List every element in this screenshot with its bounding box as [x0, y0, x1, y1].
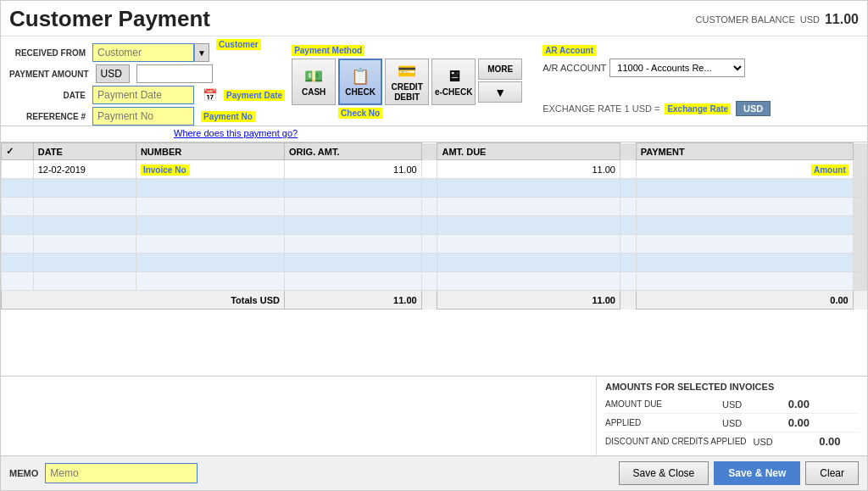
cash-button[interactable]: 💵 CASH: [292, 59, 336, 105]
amounts-panel-title: AMOUNTS FOR SELECTED INVOICES: [605, 382, 859, 392]
totals-label: Totals: [231, 295, 258, 305]
balance-currency: USD: [800, 14, 820, 25]
memo-label: MEMO: [9, 468, 38, 478]
amount-due-label: AMOUNT DUE: [605, 399, 715, 409]
echeck-label: e-CHECK: [435, 87, 472, 97]
memo-input[interactable]: [45, 463, 198, 483]
echeck-icon: 🖥: [446, 68, 461, 86]
exchange-currency-badge: USD: [736, 101, 771, 116]
col-check: ✓: [2, 143, 34, 160]
check-label: CHECK: [345, 87, 376, 97]
received-from-label: RECEIVED FROM: [9, 48, 86, 58]
col-orig-amt: ORIG. AMT.: [285, 143, 422, 160]
payment-method-label: Payment Method: [292, 45, 364, 56]
row-check[interactable]: [2, 160, 34, 179]
check-button[interactable]: 📋 CHECK: [338, 59, 382, 105]
more-button[interactable]: MORE: [478, 59, 522, 80]
table-row: [2, 216, 867, 235]
reference-label: REFERENCE #: [9, 112, 86, 121]
more-arrow-button[interactable]: ▼: [478, 81, 522, 103]
ar-account-text: A/R ACCOUNT: [542, 63, 606, 73]
table-row: [2, 254, 867, 272]
payment-no-label: Payment No: [201, 111, 255, 122]
table-row: 12-02-2019 Invoice No 11.00 11.00 Amount: [2, 160, 867, 179]
totals-amt-due: 11.00: [437, 291, 620, 310]
echeck-button[interactable]: 🖥 e-CHECK: [431, 59, 476, 105]
totals-row: Totals USD 11.00 11.00 0.00: [2, 291, 867, 310]
ar-account-select[interactable]: 11000 - Accounts Re...: [609, 59, 745, 77]
discount-value: 0.00: [790, 435, 841, 448]
payment-no-input[interactable]: [92, 107, 194, 126]
col-number: NUMBER: [136, 143, 284, 160]
credit-debit-button[interactable]: 💳 CREDIT DEBIT: [385, 59, 429, 105]
amount-due-value: 0.00: [759, 398, 810, 410]
discount-currency: USD: [754, 437, 783, 447]
totals-orig-amt: 11.00: [285, 291, 422, 310]
calendar-icon[interactable]: 📅: [203, 88, 217, 102]
discount-label: DISCOUNT AND CREDITS APPLIED: [605, 437, 747, 447]
cash-icon: 💵: [304, 67, 323, 86]
table-row: [2, 179, 867, 198]
check-no-label: Check No: [338, 108, 382, 119]
row-orig-amt: 11.00: [285, 160, 422, 179]
col-payment: PAYMENT: [636, 143, 853, 160]
save-new-button[interactable]: Save & New: [714, 461, 800, 485]
balance-value: 11.00: [825, 12, 859, 27]
payment-destination-link[interactable]: Where does this payment go?: [174, 128, 298, 138]
table-row: [2, 198, 867, 216]
exchange-rate-text: EXCHANGE RATE 1 USD =: [542, 103, 659, 114]
row-payment: Amount: [636, 160, 853, 179]
credit-debit-icon: 💳: [398, 62, 416, 81]
date-label: DATE: [9, 91, 86, 100]
payment-amount-input[interactable]: [136, 64, 213, 83]
invoice-no-label: Invoice No: [141, 165, 189, 176]
col-date: DATE: [33, 143, 136, 160]
check-icon: 📋: [351, 67, 370, 86]
payment-date-input[interactable]: [92, 86, 194, 104]
page-title: Customer Payment: [9, 6, 210, 32]
applied-currency: USD: [722, 418, 752, 428]
balance-label: CUSTOMER BALANCE: [696, 14, 795, 25]
cash-label: CASH: [302, 87, 326, 97]
amount-due-currency: USD: [722, 399, 752, 410]
exchange-rate-label: Exchange Rate: [665, 103, 731, 114]
payment-currency-display: [96, 64, 130, 83]
applied-value: 0.00: [759, 416, 810, 429]
customer-dropdown-icon[interactable]: ▼: [194, 43, 209, 62]
row-date: 12-02-2019: [33, 160, 136, 179]
col-amt-due: AMT. DUE: [437, 143, 620, 160]
totals-payment: 0.00: [636, 291, 853, 310]
customer-input[interactable]: [92, 43, 194, 62]
save-close-button[interactable]: Save & Close: [619, 461, 709, 485]
ar-account-label: AR Account: [542, 45, 596, 56]
row-number: Invoice No: [136, 160, 284, 179]
amounts-panel: AMOUNTS FOR SELECTED INVOICES AMOUNT DUE…: [596, 377, 867, 455]
credit-debit-label: CREDIT DEBIT: [386, 82, 428, 103]
payment-date-label: Payment Date: [224, 90, 285, 101]
table-row: [2, 235, 867, 254]
customer-label: Customer: [216, 39, 261, 50]
row-amt-due: 11.00: [437, 160, 620, 179]
applied-label: APPLIED: [605, 418, 715, 427]
clear-button[interactable]: Clear: [805, 461, 859, 485]
table-header-row: ✓ DATE NUMBER ORIG. AMT. AMT. DUE PAYMEN…: [2, 143, 867, 160]
amount-label: Amount: [811, 165, 849, 176]
payment-amount-label: PAYMENT AMOUNT: [9, 70, 89, 79]
table-row: [2, 272, 867, 291]
